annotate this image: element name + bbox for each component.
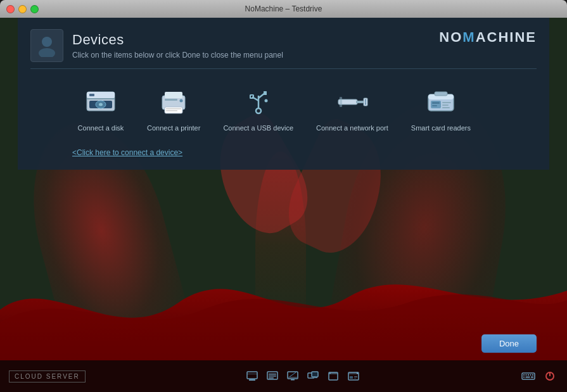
svg-rect-44	[269, 376, 276, 377]
svg-rect-12	[166, 108, 181, 110]
svg-rect-59	[354, 376, 357, 377]
cloud-server-badge: CLOUD SERVER	[9, 370, 86, 383]
window-title: NoMachine – Testdrive	[245, 4, 322, 13]
svg-rect-63	[523, 374, 525, 376]
network-label: Connect a network port	[316, 123, 388, 133]
svg-rect-27	[365, 101, 366, 103]
nomachine-logo: NOMACHINE	[439, 29, 537, 46]
svg-rect-35	[442, 102, 451, 103]
svg-rect-10	[165, 92, 182, 98]
svg-rect-36	[442, 104, 449, 106]
done-button[interactable]: Done	[481, 334, 537, 353]
taskbar-left: CLOUD SERVER	[9, 370, 86, 383]
svg-point-61	[357, 373, 358, 374]
svg-rect-15	[165, 99, 177, 101]
svg-rect-64	[525, 374, 526, 376]
network-icon	[333, 85, 371, 117]
maximize-button[interactable]	[30, 5, 39, 13]
svg-rect-29	[340, 97, 342, 107]
svg-point-1	[39, 48, 55, 57]
device-usb[interactable]: Connect a USB device	[218, 80, 298, 138]
taskbar-right	[520, 369, 558, 383]
minimize-button[interactable]	[18, 5, 27, 13]
printer-icon	[155, 85, 193, 117]
svg-rect-33	[432, 102, 440, 104]
connect-device-link[interactable]: <Click here to connect a device>	[72, 148, 537, 157]
svg-rect-60	[354, 378, 356, 379]
smartcard-label: Smart card readers	[411, 123, 471, 133]
svg-rect-4	[87, 98, 115, 99]
svg-rect-21	[250, 95, 253, 98]
extra-icon[interactable]	[345, 369, 362, 383]
device-printer[interactable]: Connect a printer	[142, 80, 205, 138]
svg-rect-67	[532, 374, 533, 376]
svg-rect-52	[315, 377, 317, 378]
panel-subtitle: Click on the items below or click Done t…	[72, 51, 283, 60]
printer-label: Connect a printer	[147, 123, 200, 133]
svg-rect-39	[247, 372, 257, 379]
svg-point-0	[42, 37, 52, 47]
window-icon[interactable]	[325, 369, 341, 383]
avatar	[30, 29, 63, 62]
usb-icon	[239, 85, 277, 117]
svg-point-55	[329, 373, 331, 374]
svg-rect-66	[530, 374, 531, 376]
taskbar-center	[244, 369, 362, 383]
svg-rect-37	[442, 107, 450, 108]
disk-icon	[82, 85, 120, 117]
svg-rect-47	[288, 377, 297, 378]
panel-header: Devices Click on the items below or clic…	[30, 29, 537, 62]
power-icon[interactable]	[542, 369, 558, 383]
svg-rect-58	[350, 376, 353, 379]
svg-point-22	[264, 99, 267, 103]
svg-rect-8	[89, 94, 94, 96]
panel-left: Devices Click on the items below or clic…	[30, 29, 283, 62]
devices-grid: Connect a disk Connect a printer	[72, 80, 537, 138]
svg-rect-38	[435, 92, 447, 96]
title-bar: NoMachine – Testdrive	[0, 0, 567, 18]
device-network[interactable]: Connect a network port	[311, 80, 393, 138]
device-disk[interactable]: Connect a disk	[72, 80, 129, 138]
close-button[interactable]	[6, 5, 15, 13]
keyboard-icon[interactable]	[520, 369, 537, 383]
svg-rect-34	[432, 105, 437, 106]
device-smartcard[interactable]: Smart card readers	[406, 80, 476, 138]
svg-rect-51	[312, 372, 318, 377]
svg-rect-70	[531, 377, 533, 378]
svg-rect-13	[166, 110, 177, 111]
main-window: Devices Click on the items below or clic…	[0, 18, 567, 392]
svg-rect-62	[522, 373, 535, 379]
svg-rect-45	[269, 377, 274, 379]
svg-rect-32	[431, 101, 441, 108]
screen-icon[interactable]	[284, 369, 301, 383]
svg-rect-48	[291, 379, 295, 381]
svg-rect-41	[247, 374, 257, 374]
taskbar: CLOUD SERVER	[0, 360, 567, 392]
svg-point-16	[256, 108, 261, 113]
svg-rect-43	[269, 374, 276, 375]
usb-label: Connect a USB device	[223, 123, 293, 133]
list-view-icon[interactable]	[264, 369, 281, 383]
disk-label: Connect a disk	[78, 123, 124, 133]
svg-point-7	[99, 103, 103, 106]
devices-panel: Devices Click on the items below or clic…	[18, 18, 549, 170]
multi-screen-icon[interactable]	[305, 369, 321, 383]
svg-rect-68	[523, 377, 525, 378]
title-area: Devices Click on the items below or clic…	[72, 32, 283, 60]
svg-line-49	[290, 372, 296, 377]
smartcard-icon	[422, 85, 460, 117]
svg-rect-40	[249, 379, 255, 381]
panel-title: Devices	[72, 32, 283, 48]
svg-rect-65	[528, 374, 529, 376]
svg-rect-26	[365, 99, 366, 101]
svg-point-14	[180, 99, 183, 103]
window-controls[interactable]	[6, 5, 39, 13]
divider	[30, 68, 537, 69]
svg-rect-28	[365, 103, 366, 104]
svg-rect-69	[525, 377, 530, 378]
svg-rect-19	[264, 91, 267, 95]
display-grid-icon[interactable]	[244, 369, 260, 383]
